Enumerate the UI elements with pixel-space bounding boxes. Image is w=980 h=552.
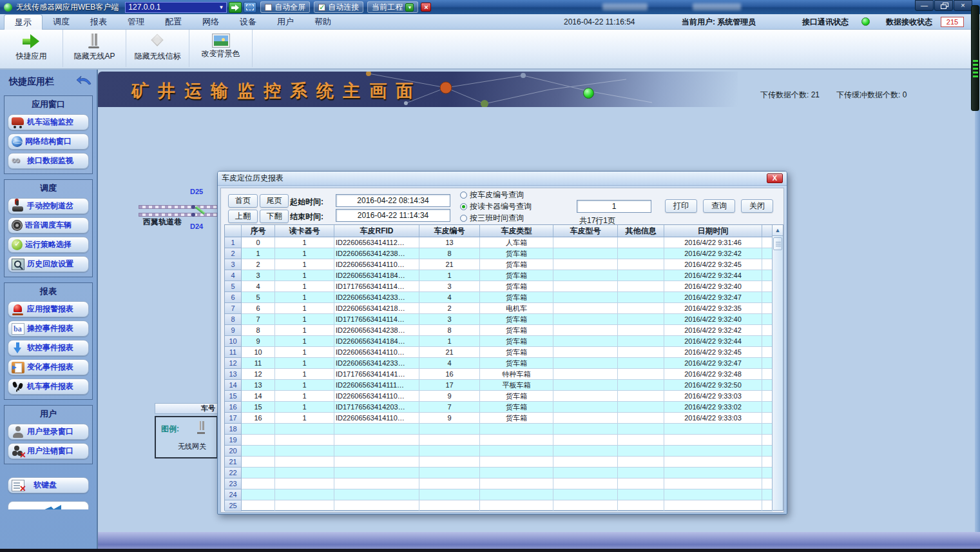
chevron-down-icon[interactable]: ▼ bbox=[218, 5, 224, 10]
table-row[interactable]: 25 bbox=[225, 500, 773, 511]
query-mode-radio-1[interactable]: 按车皮编号查询 bbox=[460, 190, 532, 201]
quick-app-button[interactable]: 快捷应用 bbox=[0, 30, 63, 67]
sidebar-item[interactable]: 网络结构窗口 bbox=[8, 133, 89, 150]
menu-item-7[interactable]: 设备 bbox=[229, 14, 267, 30]
hide-ap-button[interactable]: 隐藏无线AP bbox=[63, 30, 126, 67]
sidebar-item-soft-keyboard[interactable]: 软键盘 bbox=[8, 477, 89, 493]
prev-page-button[interactable]: 上翻 bbox=[228, 210, 258, 223]
menu-item-6[interactable]: 网络 bbox=[192, 14, 229, 30]
table-cell bbox=[664, 478, 762, 489]
bg-color-button[interactable]: 改变背景色 bbox=[189, 30, 253, 67]
scrollbar-thumb[interactable] bbox=[773, 237, 782, 250]
auto-connect-group: 自动连接 bbox=[314, 1, 363, 13]
table-row[interactable]: 21 bbox=[225, 457, 773, 468]
sidebar-item[interactable]: 历史回放设置 bbox=[8, 256, 89, 272]
project-dropdown-button[interactable]: ▼ bbox=[405, 3, 414, 12]
table-row[interactable]: 211ID22606563414238…8货车箱2016/4/22 9:32:4… bbox=[225, 248, 773, 259]
table-row[interactable]: 12111ID22606563414233…4货车箱2016/4/22 9:32… bbox=[225, 358, 773, 369]
table-row[interactable]: 431ID22606563414184…1货车箱2016/4/22 9:32:4… bbox=[225, 270, 773, 281]
sidebar-item[interactable]: 应用报警报表 bbox=[8, 301, 89, 317]
table-row[interactable]: 651ID22606563414233…4货车箱2016/4/22 9:32:4… bbox=[225, 292, 773, 303]
end-time-field[interactable]: 2016-04-22 11:14:34 bbox=[336, 209, 450, 222]
table-cell: 货车箱 bbox=[480, 281, 553, 292]
table-row[interactable]: 541ID17176563414114…3货车箱2016/4/22 9:32:4… bbox=[225, 281, 773, 292]
sidebar-partial-button[interactable] bbox=[8, 501, 89, 509]
close-button[interactable]: × bbox=[954, 0, 972, 11]
table-row[interactable]: 14131ID22606563414111…17平板车箱2016/4/22 9:… bbox=[225, 380, 773, 391]
menu-item-3[interactable]: 报表 bbox=[80, 14, 117, 30]
menu-item-1[interactable]: 显示 bbox=[4, 14, 43, 30]
column-header: 日期时间 bbox=[664, 225, 762, 237]
table-scrollbar[interactable]: ▲ bbox=[772, 225, 783, 510]
table-row[interactable]: 321ID22606563414110…21货车箱2016/4/22 9:32:… bbox=[225, 259, 773, 270]
menu-item-5[interactable]: 配置 bbox=[155, 14, 192, 30]
back-arrow-icon[interactable] bbox=[76, 75, 91, 88]
sidebar-item[interactable]: 机车运输监控 bbox=[8, 114, 89, 130]
table-cell: 货车箱 bbox=[480, 270, 553, 281]
address-combobox[interactable]: 127.0.0.1 ▼ bbox=[125, 2, 227, 13]
table-row[interactable]: 18 bbox=[225, 424, 773, 435]
filler-cell bbox=[762, 336, 773, 347]
auto-connect-checkbox[interactable] bbox=[318, 4, 325, 11]
redacted-text bbox=[602, 3, 648, 10]
sidebar-item[interactable]: 接口数据监视 bbox=[8, 153, 89, 169]
sidebar-item[interactable]: 操控事件报表 bbox=[8, 320, 89, 337]
table-row[interactable]: 11101ID22606563414110…21货车箱2016/4/22 9:3… bbox=[225, 347, 773, 358]
last-page-button[interactable]: 尾页 bbox=[260, 194, 289, 208]
restore-button[interactable] bbox=[934, 0, 953, 11]
table-row[interactable]: 1091ID22606563414184…1货车箱2016/4/22 9:32:… bbox=[225, 336, 773, 347]
table-row[interactable]: 19 bbox=[225, 435, 773, 446]
menu-item-8[interactable]: 用户 bbox=[267, 14, 304, 30]
sidebar-item[interactable]: 变化事件报表 bbox=[8, 359, 89, 375]
table-row[interactable]: 22 bbox=[225, 468, 773, 478]
sidebar-item[interactable]: 用户注销窗口 bbox=[8, 443, 89, 459]
table-row[interactable]: 16151ID17176563414203…7货车箱2016/4/22 9:33… bbox=[225, 402, 773, 413]
sidebar-item-label: 用户注销窗口 bbox=[27, 446, 73, 457]
next-page-button[interactable]: 下翻 bbox=[260, 210, 289, 223]
table-row[interactable]: 981ID22606563414238…8货车箱2016/4/22 9:32:4… bbox=[225, 325, 773, 336]
menu-item-4[interactable]: 管理 bbox=[117, 14, 155, 30]
fullscreen-icon[interactable] bbox=[244, 2, 256, 13]
sidebar-item[interactable]: 软控事件报表 bbox=[8, 340, 89, 356]
sidebar-item[interactable]: 运行策略选择 bbox=[8, 237, 89, 253]
stop-button[interactable]: × bbox=[421, 3, 431, 12]
table-row[interactable]: 13121ID17176563414141…16特种车箱2016/4/22 9:… bbox=[225, 369, 773, 380]
sidebar-item[interactable]: 手动控制道岔 bbox=[8, 198, 89, 214]
sidebar-section-title: 应用窗口 bbox=[5, 96, 92, 111]
query-number-input[interactable]: 1 bbox=[577, 200, 651, 213]
sidebar-section: 用户用户登录窗口用户注销窗口 bbox=[4, 405, 93, 464]
table-cell: 1 bbox=[419, 270, 480, 281]
print-button[interactable]: 打印 bbox=[665, 199, 697, 213]
dialog-close-icon[interactable]: X bbox=[767, 173, 783, 183]
close-dialog-button[interactable]: 关闭 bbox=[741, 199, 773, 213]
scroll-up-icon[interactable]: ▲ bbox=[773, 225, 783, 236]
auto-fullscreen-checkbox[interactable] bbox=[265, 4, 272, 11]
query-mode-radio-3[interactable]: 按三班时间查询 bbox=[460, 213, 532, 224]
table-cell bbox=[618, 500, 664, 511]
menu-item-9[interactable]: 帮助 bbox=[304, 14, 341, 30]
start-time-field[interactable]: 2016-04-22 08:14:34 bbox=[336, 194, 450, 207]
sidebar-item[interactable]: 用户登录窗口 bbox=[8, 424, 89, 440]
query-button[interactable]: 查询 bbox=[703, 199, 735, 213]
menu-item-2[interactable]: 调度 bbox=[43, 14, 80, 30]
sidebar-item[interactable]: 语音调度车辆 bbox=[8, 217, 89, 233]
minimize-button[interactable]: — bbox=[915, 0, 934, 11]
go-button[interactable] bbox=[229, 2, 242, 13]
hide-beacon-button[interactable]: 隐藏无线信标 bbox=[126, 30, 189, 67]
table-row[interactable]: 24 bbox=[225, 489, 773, 500]
table-row[interactable]: 101ID22606563414112…13人车箱2016/4/22 9:31:… bbox=[225, 237, 773, 248]
table-cell: 13 bbox=[419, 237, 480, 248]
sidebar-item[interactable]: 机车事件报表 bbox=[8, 379, 89, 395]
dialog-title-bar[interactable]: 车皮定位历史报表 X bbox=[218, 172, 787, 186]
table-row[interactable]: 23 bbox=[225, 478, 773, 489]
table-cell: 3 bbox=[419, 314, 480, 325]
table-row[interactable]: 761ID22606563414218…2电机车2016/4/22 9:32:3… bbox=[225, 303, 773, 314]
main-scrollbar[interactable] bbox=[975, 110, 980, 532]
table-row[interactable]: 15141ID22606563414110…9货车箱2016/4/22 9:33… bbox=[225, 391, 773, 402]
table-row[interactable]: 871ID17176563414114…3货车箱2016/4/22 9:32:4… bbox=[225, 314, 773, 325]
table-row[interactable]: 20 bbox=[225, 446, 773, 457]
first-page-button[interactable]: 首页 bbox=[228, 194, 258, 208]
query-mode-radio-2[interactable]: 按读卡器编号查询 bbox=[460, 201, 532, 212]
table-row[interactable]: 17161ID22606563414110…9货车箱2016/4/22 9:33… bbox=[225, 413, 773, 424]
table-cell: 2016/4/22 9:32:47 bbox=[664, 292, 762, 303]
